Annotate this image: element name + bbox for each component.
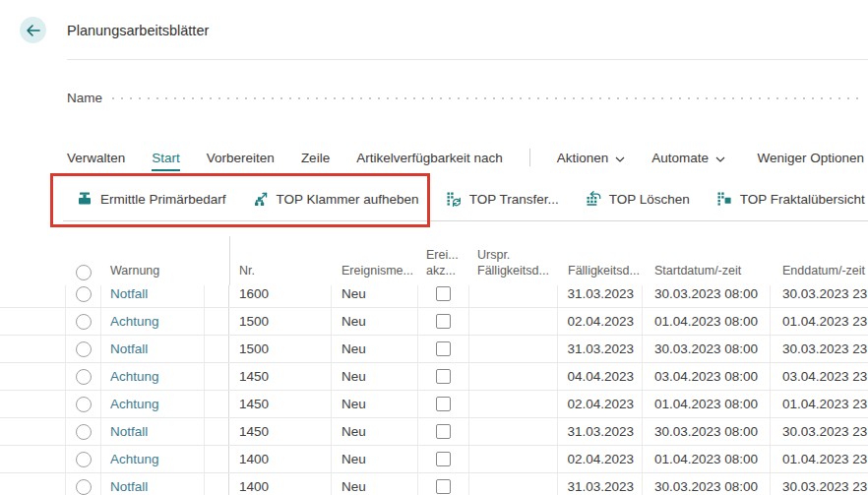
tab-zeile[interactable]: Zeile	[301, 151, 330, 165]
name-input[interactable]	[112, 97, 864, 99]
checkbox-icon[interactable]	[436, 397, 451, 411]
column-header-warnung[interactable]: Warnung	[101, 263, 205, 285]
ereignismeldung-cell[interactable]: Neu	[332, 336, 418, 362]
checkbox-icon[interactable]	[436, 341, 451, 356]
enddatum-cell[interactable]: 30.03.2023 23:	[771, 285, 868, 307]
radio-icon[interactable]	[76, 265, 92, 280]
checkbox-icon[interactable]	[436, 452, 451, 466]
nr-cell[interactable]: 1450	[229, 418, 332, 445]
startdatum-cell[interactable]: 01.04.2023 08:00	[643, 391, 771, 417]
warnung-cell[interactable]: Notfall	[101, 336, 205, 362]
row-select-cell[interactable]	[66, 336, 101, 362]
checkbox-icon[interactable]	[436, 286, 451, 301]
startdatum-cell[interactable]: 30.03.2023 08:00	[643, 473, 771, 495]
ereignis-akzeptieren-cell[interactable]	[418, 391, 469, 417]
ereignismeldung-cell[interactable]: Neu	[332, 308, 418, 335]
row-select-cell[interactable]	[66, 285, 101, 307]
faelligkeitsdatum-cell[interactable]: 31.03.2023	[558, 473, 643, 495]
ereignismeldung-cell[interactable]: Neu	[332, 285, 418, 307]
row-select-cell[interactable]	[66, 308, 101, 335]
warnung-cell[interactable]: Notfall	[101, 473, 205, 495]
nr-cell[interactable]: 1500	[229, 308, 332, 335]
warnung-link[interactable]: Notfall	[110, 286, 148, 301]
row-select-cell[interactable]	[66, 363, 101, 390]
enddatum-cell[interactable]: 30.03.2023 23:	[771, 473, 868, 495]
row-select-cell[interactable]	[66, 391, 101, 417]
checkbox-icon[interactable]	[436, 479, 451, 494]
faelligkeitsdatum-cell[interactable]: 02.04.2023	[558, 446, 643, 472]
faelligkeitsdatum-cell[interactable]: 04.04.2023	[558, 363, 643, 390]
top-transfer-button[interactable]: TOP Transfer...	[446, 191, 559, 207]
warnung-link[interactable]: Achtung	[110, 314, 159, 329]
radio-icon[interactable]	[76, 341, 92, 357]
radio-icon[interactable]	[76, 424, 92, 440]
column-header-startdatum[interactable]: Startdatum/-zeit	[643, 263, 771, 285]
tab-verwalten[interactable]: Verwalten	[67, 151, 125, 165]
nr-cell[interactable]: 1450	[229, 363, 332, 390]
radio-icon[interactable]	[76, 369, 92, 385]
ereignismeldung-cell[interactable]: Neu	[332, 418, 418, 445]
urspr-faelligkeitsdatum-cell[interactable]	[469, 285, 558, 307]
urspr-faelligkeitsdatum-cell[interactable]	[469, 391, 558, 417]
menu-automate[interactable]: Automate	[651, 151, 725, 165]
startdatum-cell[interactable]: 30.03.2023 08:00	[643, 418, 771, 445]
column-header-urspr-faelligkeitsd[interactable]: Urspr. Fälligkeitsd...	[469, 247, 558, 286]
top-loeschen-button[interactable]: TOP Löschen	[586, 191, 690, 207]
radio-icon[interactable]	[76, 452, 92, 467]
warnung-cell[interactable]: Notfall	[101, 285, 205, 307]
ereignismeldung-cell[interactable]: Neu	[332, 391, 418, 417]
column-header-erei-akz[interactable]: Erei... akz...	[418, 247, 469, 286]
radio-icon[interactable]	[76, 286, 92, 302]
top-fraktaluebersicht-button[interactable]: TOP Fraktalübersicht	[716, 191, 865, 207]
ereignismeldung-cell[interactable]: Neu	[332, 473, 418, 495]
column-header-faelligkeitsd[interactable]: Fälligkeitsd...	[558, 263, 643, 285]
nr-cell[interactable]: 1450	[229, 391, 332, 417]
urspr-faelligkeitsdatum-cell[interactable]	[469, 336, 558, 362]
warnung-cell[interactable]: Achtung	[101, 391, 205, 417]
enddatum-cell[interactable]: 01.04.2023 23:	[771, 446, 868, 472]
nr-cell[interactable]: 1400	[229, 473, 332, 495]
warnung-cell[interactable]: Notfall	[101, 418, 205, 445]
ereignis-akzeptieren-cell[interactable]	[418, 446, 469, 472]
ereignis-akzeptieren-cell[interactable]	[418, 473, 469, 495]
checkbox-icon[interactable]	[436, 424, 451, 439]
startdatum-cell[interactable]: 30.03.2023 08:00	[643, 285, 771, 307]
radio-icon[interactable]	[76, 479, 92, 495]
weniger-optionen-link[interactable]: Weniger Optionen	[757, 151, 864, 165]
row-select-cell[interactable]	[66, 473, 101, 495]
column-header-nr[interactable]: Nr.	[229, 263, 332, 285]
menu-aktionen[interactable]: Aktionen	[557, 151, 626, 165]
warnung-link[interactable]: Notfall	[110, 341, 148, 356]
warnung-cell[interactable]: Achtung	[101, 446, 205, 472]
enddatum-cell[interactable]: 01.04.2023 23:	[771, 308, 868, 335]
faelligkeitsdatum-cell[interactable]: 31.03.2023	[558, 418, 643, 445]
radio-icon[interactable]	[76, 314, 92, 330]
row-select-cell[interactable]	[66, 446, 101, 472]
startdatum-cell[interactable]: 01.04.2023 08:00	[643, 308, 771, 335]
urspr-faelligkeitsdatum-cell[interactable]	[469, 308, 558, 335]
enddatum-cell[interactable]: 30.03.2023 23:	[771, 336, 868, 362]
warnung-link[interactable]: Notfall	[110, 424, 148, 439]
warnung-cell[interactable]: Achtung	[101, 363, 205, 390]
enddatum-cell[interactable]: 30.03.2023 23:	[771, 418, 868, 445]
enddatum-cell[interactable]: 01.04.2023 23:	[771, 391, 868, 417]
ereignismeldung-cell[interactable]: Neu	[332, 363, 418, 390]
tab-artikelverfuegbarkeit[interactable]: Artikelverfügbarkeit nach	[356, 151, 503, 165]
ereignismeldung-cell[interactable]: Neu	[332, 446, 418, 472]
faelligkeitsdatum-cell[interactable]: 31.03.2023	[558, 285, 643, 307]
nr-cell[interactable]: 1500	[229, 336, 332, 362]
ermittle-primaerbedarf-button[interactable]: Ermittle Primärbedarf	[77, 191, 226, 207]
nr-cell[interactable]: 1400	[229, 446, 332, 472]
warnung-cell[interactable]: Achtung	[101, 308, 205, 335]
column-header-enddatum[interactable]: Enddatum/-zeit	[771, 263, 868, 285]
ereignis-akzeptieren-cell[interactable]	[418, 285, 469, 307]
warnung-link[interactable]: Achtung	[110, 397, 159, 411]
urspr-faelligkeitsdatum-cell[interactable]	[469, 418, 558, 445]
warnung-link[interactable]: Notfall	[110, 479, 148, 494]
ereignis-akzeptieren-cell[interactable]	[418, 336, 469, 362]
warnung-link[interactable]: Achtung	[110, 452, 159, 466]
urspr-faelligkeitsdatum-cell[interactable]	[469, 446, 558, 472]
row-select-cell[interactable]	[66, 418, 101, 445]
radio-icon[interactable]	[76, 397, 92, 412]
ereignis-akzeptieren-cell[interactable]	[418, 418, 469, 445]
